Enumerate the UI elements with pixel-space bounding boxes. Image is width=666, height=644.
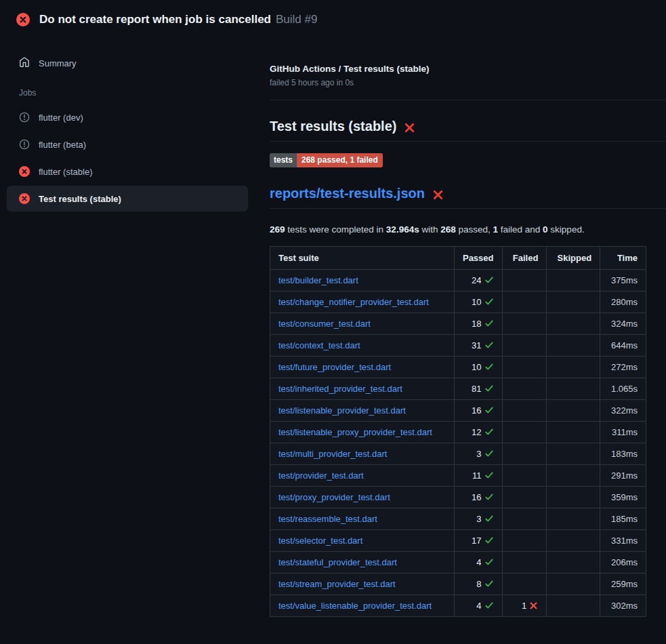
column-header: Failed (502, 247, 547, 270)
test-suite-link[interactable]: test/context_test.dart (278, 340, 360, 350)
count: 4 (476, 601, 481, 611)
summary-segment: with (419, 224, 441, 235)
test-suite-link[interactable]: test/future_provider_test.dart (278, 362, 391, 372)
table-row: test/listenable_proxy_provider_test.dart… (270, 422, 646, 443)
test-suite-link[interactable]: test/reassemble_test.dart (278, 514, 377, 524)
jobs-section-label: Jobs (19, 88, 248, 98)
test-suite-link[interactable]: test/listenable_proxy_provider_test.dart (278, 427, 432, 437)
check-icon (484, 536, 494, 545)
badge-value: 268 passed, 1 failed (297, 153, 383, 167)
table-row: test/value_listenable_provider_test.dart… (270, 595, 646, 617)
check-icon (484, 384, 494, 393)
failed-cell (502, 270, 547, 291)
breadcrumb: GitHub Actions / Test results (stable) (270, 64, 666, 74)
test-suite-link[interactable]: test/multi_provider_test.dart (278, 449, 387, 459)
failed-cell (502, 487, 547, 508)
skipped-cell (547, 357, 600, 378)
test-suite-link[interactable]: test/value_listenable_provider_test.dart (278, 601, 432, 611)
neutral-status-icon (19, 139, 30, 150)
check-icon (484, 427, 494, 437)
summary-segment: passed, (456, 224, 493, 235)
failed-x-icon (404, 121, 415, 133)
test-results-table: Test suitePassedFailedSkippedTime test/b… (270, 246, 646, 617)
count: 31 (472, 340, 481, 350)
count: 3 (476, 449, 481, 459)
section-title: Test results (stable) (270, 119, 396, 134)
tests-status-badge: tests 268 passed, 1 failed (270, 153, 383, 167)
table-row: test/selector_test.dart17 331ms (270, 530, 646, 552)
table-row: test/proxy_provider_test.dart16 359ms (270, 487, 646, 508)
test-suite-link[interactable]: test/stream_provider_test.dart (278, 579, 396, 589)
test-suite-link[interactable]: test/provider_test.dart (278, 470, 364, 481)
section-heading-test-results: Test results (stable) (270, 119, 666, 142)
x-icon (529, 601, 538, 610)
skipped-cell (547, 400, 600, 422)
test-suite-cell: test/listenable_provider_test.dart (270, 400, 455, 422)
check-icon (484, 579, 494, 588)
check-icon (484, 340, 494, 350)
passed-cell: 31 (454, 335, 502, 357)
failed-cell (502, 313, 547, 335)
passed-cell: 16 (454, 487, 502, 508)
time-cell: 259ms (600, 573, 646, 595)
table-row: test/inherited_provider_test.dart81 1.06… (270, 378, 646, 400)
time-cell: 185ms (600, 508, 646, 530)
badge-label: tests (270, 153, 297, 167)
test-suite-cell: test/selector_test.dart (270, 530, 455, 552)
table-row: test/multi_provider_test.dart3 183ms (270, 443, 646, 465)
sidebar-job-item[interactable]: flutter (dev) (7, 104, 248, 130)
summary-segment: 269 (270, 224, 285, 235)
summary-segment: skipped. (548, 224, 585, 235)
failed-x-circle-icon (19, 166, 30, 177)
failed-cell (502, 400, 547, 422)
check-icon (484, 362, 494, 371)
test-suite-link[interactable]: test/proxy_provider_test.dart (278, 492, 390, 502)
test-suite-link[interactable]: test/consumer_test.dart (278, 319, 371, 329)
sidebar-job-item[interactable]: Test results (stable) (7, 186, 248, 212)
test-suite-link[interactable]: test/inherited_provider_test.dart (278, 384, 402, 394)
sidebar-job-item[interactable]: flutter (beta) (7, 132, 248, 157)
skipped-cell (547, 335, 600, 357)
summary-segment: 1 (493, 224, 499, 235)
report-file-heading[interactable]: reports/test-results.json (270, 186, 666, 209)
failed-x-circle-icon (19, 193, 30, 204)
test-suite-link[interactable]: test/selector_test.dart (278, 536, 362, 546)
skipped-cell (547, 487, 600, 508)
time-cell: 302ms (600, 595, 646, 617)
count: 16 (472, 492, 481, 502)
failed-cell (502, 573, 547, 595)
count: 17 (472, 536, 481, 546)
check-icon (484, 405, 494, 415)
test-suite-cell: test/context_test.dart (270, 335, 455, 357)
sidebar-job-item[interactable]: flutter (stable) (7, 159, 248, 184)
table-row: test/context_test.dart31 644ms (270, 335, 646, 357)
summary-line: 269 tests were completed in 32.964s with… (270, 224, 666, 235)
sidebar-item-label: Summary (39, 58, 77, 68)
sidebar: Summary Jobs flutter (dev) flutter (beta… (0, 39, 264, 213)
report-file-link[interactable]: reports/test-results.json (270, 186, 425, 201)
test-suite-link[interactable]: test/builder_test.dart (278, 275, 358, 285)
count: 18 (472, 319, 481, 329)
time-cell: 183ms (600, 443, 646, 465)
sidebar-job-label: Test results (stable) (39, 194, 121, 204)
table-body: test/builder_test.dart24 375mstest/chang… (270, 270, 646, 617)
table-row: test/builder_test.dart24 375ms (270, 270, 646, 291)
test-suite-link[interactable]: test/stateful_provider_test.dart (278, 557, 397, 567)
skipped-cell (547, 270, 600, 291)
failed-cell (502, 422, 547, 443)
time-cell: 331ms (600, 530, 646, 552)
run-meta: failed 5 hours ago in 0s (270, 78, 666, 87)
skipped-cell (547, 508, 600, 530)
test-suite-link[interactable]: test/change_notifier_provider_test.dart (278, 297, 429, 307)
passed-cell: 11 (454, 465, 502, 487)
skipped-cell (547, 378, 600, 400)
failed-cell (502, 291, 547, 313)
failed-cell (502, 378, 547, 400)
sidebar-item-summary[interactable]: Summary (7, 50, 248, 76)
count: 8 (476, 579, 481, 589)
failed-x-circle-icon (16, 13, 30, 26)
sidebar-job-label: flutter (dev) (39, 113, 83, 123)
check-icon (484, 470, 494, 480)
test-suite-link[interactable]: test/listenable_provider_test.dart (278, 405, 406, 416)
failed-cell (502, 552, 547, 573)
